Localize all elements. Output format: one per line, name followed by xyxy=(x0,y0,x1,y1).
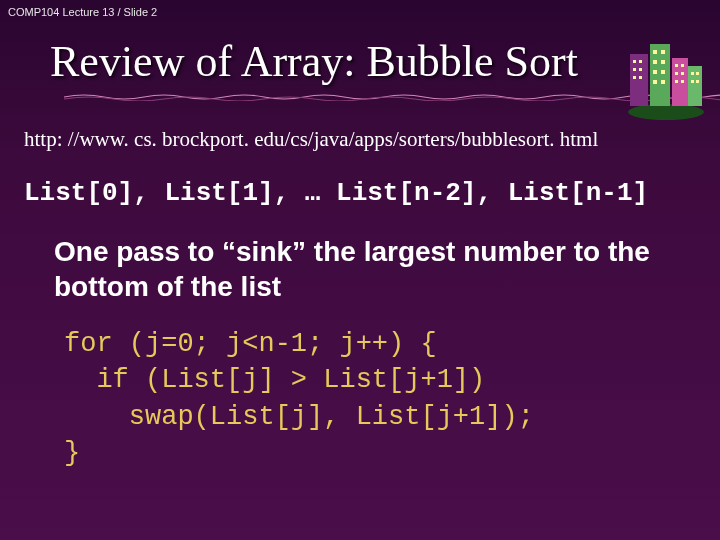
svg-rect-16 xyxy=(661,70,665,74)
slide-content: http: //www. cs. brockport. edu/cs/java/… xyxy=(0,115,720,472)
svg-rect-24 xyxy=(681,80,684,83)
svg-point-0 xyxy=(628,104,704,120)
svg-rect-23 xyxy=(675,80,678,83)
svg-rect-25 xyxy=(691,72,694,75)
svg-rect-14 xyxy=(661,60,665,64)
slide-header: COMP104 Lecture 13 / Slide 2 xyxy=(0,0,720,24)
svg-rect-27 xyxy=(691,80,694,83)
svg-rect-12 xyxy=(661,50,665,54)
svg-rect-19 xyxy=(675,64,678,67)
svg-rect-7 xyxy=(633,68,636,71)
svg-rect-3 xyxy=(672,58,688,106)
svg-rect-11 xyxy=(653,50,657,54)
svg-rect-26 xyxy=(696,72,699,75)
svg-rect-13 xyxy=(653,60,657,64)
buildings-clipart-icon xyxy=(622,34,710,122)
svg-rect-28 xyxy=(696,80,699,83)
svg-rect-5 xyxy=(633,60,636,63)
svg-rect-18 xyxy=(661,80,665,84)
svg-rect-17 xyxy=(653,80,657,84)
svg-rect-20 xyxy=(681,64,684,67)
svg-rect-4 xyxy=(688,66,702,106)
svg-rect-10 xyxy=(639,76,642,79)
code-block: for (j=0; j<n-1; j++) { if (List[j] > Li… xyxy=(24,326,700,472)
array-notation-line: List[0], List[1], … List[n-2], List[n-1] xyxy=(24,178,700,208)
svg-rect-21 xyxy=(675,72,678,75)
title-area: Review of Array: Bubble Sort xyxy=(0,24,720,115)
svg-rect-6 xyxy=(639,60,642,63)
svg-rect-9 xyxy=(633,76,636,79)
svg-rect-15 xyxy=(653,70,657,74)
svg-rect-8 xyxy=(639,68,642,71)
reference-url: http: //www. cs. brockport. edu/cs/java/… xyxy=(24,127,700,152)
description-text: One pass to “sink” the largest number to… xyxy=(24,234,700,304)
slide-title: Review of Array: Bubble Sort xyxy=(50,36,720,87)
svg-rect-22 xyxy=(681,72,684,75)
